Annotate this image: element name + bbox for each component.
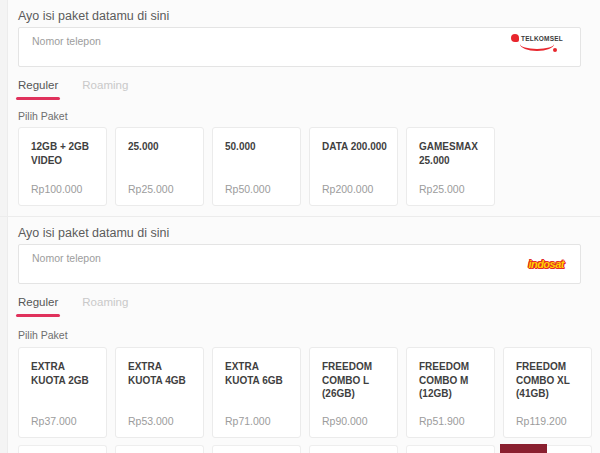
package-card[interactable]: EXTRA KUOTA 4GB Rp53.000 xyxy=(115,347,204,438)
tab-bar: Reguler Roaming xyxy=(18,79,128,100)
package-price: Rp71.000 xyxy=(225,415,294,427)
section-title: Ayo isi paket datamu di sini xyxy=(18,226,169,240)
package-price: Rp25.000 xyxy=(128,183,197,195)
phone-input-wrapper: indosat xyxy=(18,244,581,284)
topup-section-indosat: Ayo isi paket datamu di sini indosat Reg… xyxy=(0,216,600,445)
package-card[interactable]: 12GB + 2GB VIDEO Rp100.000 xyxy=(18,127,107,206)
package-name: EXTRA KUOTA 2GB xyxy=(31,360,100,387)
package-card[interactable]: FREEDOM COMBO XL (41GB) Rp119.200 xyxy=(503,347,592,438)
partial-card[interactable] xyxy=(406,445,495,453)
package-price: Rp200.000 xyxy=(322,183,391,195)
section-title: Ayo isi paket datamu di sini xyxy=(18,9,169,23)
package-name: FREEDOM COMBO XL (41GB) xyxy=(516,360,585,401)
choose-package-label: Pilih Paket xyxy=(18,110,68,122)
tab-reguler[interactable]: Reguler xyxy=(18,79,58,100)
telkomsel-emblem-icon xyxy=(511,34,519,42)
package-name: 12GB + 2GB VIDEO xyxy=(31,140,100,167)
package-price: Rp100.000 xyxy=(31,183,100,195)
package-card-row: EXTRA KUOTA 2GB Rp37.000 EXTRA KUOTA 4GB… xyxy=(18,347,592,438)
package-name: GAMESMAX 25.000 xyxy=(419,140,488,167)
package-card-row: 12GB + 2GB VIDEO Rp100.000 25.000 Rp25.0… xyxy=(18,127,495,206)
partial-card[interactable] xyxy=(115,445,204,453)
package-price: Rp51.900 xyxy=(419,415,488,427)
package-card[interactable]: 25.000 Rp25.000 xyxy=(115,127,204,206)
package-card[interactable]: FREEDOM COMBO L (26GB) Rp90.000 xyxy=(309,347,398,438)
choose-package-label: Pilih Paket xyxy=(18,329,68,341)
package-name: 25.000 xyxy=(128,140,197,154)
package-name: EXTRA KUOTA 4GB xyxy=(128,360,197,387)
package-price: Rp90.000 xyxy=(322,415,391,427)
indosat-logo: indosat xyxy=(528,258,564,270)
partial-card[interactable] xyxy=(18,445,107,453)
package-price: Rp37.000 xyxy=(31,415,100,427)
partial-card[interactable] xyxy=(309,445,398,453)
topup-section-telkomsel: Ayo isi paket datamu di sini TELKOMSEL R… xyxy=(0,0,600,216)
package-card[interactable]: GAMESMAX 25.000 Rp25.000 xyxy=(406,127,495,206)
package-price: Rp53.000 xyxy=(128,415,197,427)
phone-number-input[interactable] xyxy=(19,28,580,66)
package-price: Rp50.000 xyxy=(225,183,294,195)
phone-input-wrapper: TELKOMSEL xyxy=(18,27,581,67)
tab-bar: Reguler Roaming xyxy=(18,296,128,317)
partial-card[interactable] xyxy=(212,445,301,453)
tab-reguler[interactable]: Reguler xyxy=(18,296,58,317)
tab-roaming[interactable]: Roaming xyxy=(82,79,128,100)
package-card[interactable]: 50.000 Rp50.000 xyxy=(212,127,301,206)
package-price: Rp25.000 xyxy=(419,183,488,195)
telkomsel-swoosh-icon xyxy=(520,44,554,51)
package-name: FREEDOM COMBO L (26GB) xyxy=(322,360,391,401)
package-price: Rp119.200 xyxy=(516,415,585,427)
telkomsel-logo: TELKOMSEL xyxy=(510,34,564,51)
partial-red-element xyxy=(500,444,547,453)
telkomsel-logo-text: TELKOMSEL xyxy=(521,35,563,42)
package-card[interactable]: EXTRA KUOTA 2GB Rp37.000 xyxy=(18,347,107,438)
package-name: FREEDOM COMBO M (12GB) xyxy=(419,360,488,401)
package-card[interactable]: EXTRA KUOTA 6GB Rp71.000 xyxy=(212,347,301,438)
phone-number-input[interactable] xyxy=(19,245,580,283)
package-name: DATA 200.000 xyxy=(322,140,391,154)
package-card[interactable]: FREEDOM COMBO M (12GB) Rp51.900 xyxy=(406,347,495,438)
tab-roaming[interactable]: Roaming xyxy=(82,296,128,317)
package-name: EXTRA KUOTA 6GB xyxy=(225,360,294,387)
package-card[interactable]: DATA 200.000 Rp200.000 xyxy=(309,127,398,206)
package-name: 50.000 xyxy=(225,140,294,154)
